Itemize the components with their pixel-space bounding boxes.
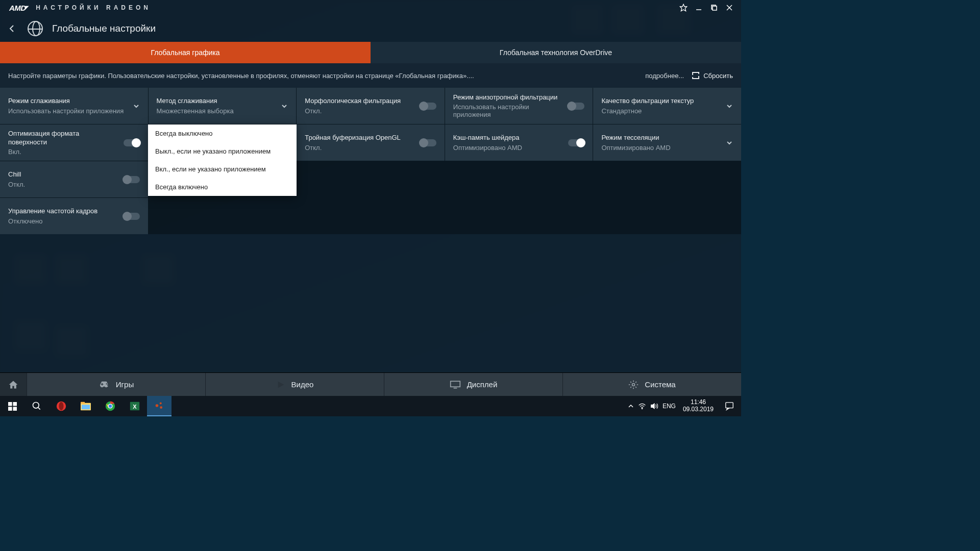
language-indicator[interactable]: ENG <box>663 403 676 410</box>
gamepad-icon <box>99 380 110 389</box>
toggle-surface-opt[interactable] <box>124 139 140 146</box>
taskbar-radeon[interactable] <box>147 396 172 416</box>
svg-point-31 <box>160 402 162 404</box>
globe-icon <box>28 21 43 36</box>
svg-rect-24 <box>82 405 90 409</box>
dropdown-option[interactable]: Всегда выключено <box>148 124 297 142</box>
svg-point-33 <box>642 408 643 409</box>
card-label: Кэш-память шейдера <box>453 134 565 142</box>
card-label: Оптимизация формата поверхности <box>8 130 119 147</box>
toggle-aniso-mode[interactable] <box>568 103 584 110</box>
card-label: Режим тесселяции <box>601 134 723 142</box>
nav-games[interactable]: Игры <box>27 373 205 396</box>
taskbar-excel[interactable]: X <box>122 396 147 416</box>
svg-marker-10 <box>278 381 284 388</box>
svg-marker-34 <box>651 404 654 409</box>
svg-point-32 <box>160 406 162 409</box>
svg-rect-11 <box>450 381 460 387</box>
tray-expand-icon[interactable] <box>628 403 634 409</box>
card-surface-opt[interactable]: Оптимизация формата поверхностиВкл. <box>0 124 148 161</box>
toggle-triple-buf[interactable] <box>420 139 436 146</box>
close-button[interactable] <box>722 0 737 15</box>
wifi-icon[interactable] <box>638 403 646 410</box>
volume-icon[interactable] <box>650 403 658 410</box>
tab-bar: Глобальная графика Глобальная технология… <box>0 42 741 63</box>
amd-logo: AMD <box>9 4 29 12</box>
nav-home[interactable] <box>0 373 27 396</box>
tab-global-graphics[interactable]: Глобальная графика <box>0 42 371 63</box>
titlebar: AMD НАСТРОЙКИ RADEON <box>0 0 741 15</box>
card-value: Откл. <box>305 107 416 115</box>
card-value: Вкл. <box>8 148 119 156</box>
reset-button[interactable]: Сбросить <box>692 72 733 80</box>
radeon-settings-window: AMD НАСТРОЙКИ RADEON Глобальные настройк… <box>0 0 741 396</box>
card-frtc[interactable]: Управление частотой кадровОтключено <box>0 198 148 234</box>
nav-display[interactable]: Дисплей <box>384 373 562 396</box>
card-label: Режим сглаживания <box>8 97 130 106</box>
action-center-icon[interactable] <box>721 396 738 416</box>
minimize-button[interactable] <box>691 0 706 15</box>
vsync-dropdown[interactable]: Всегда выключеноВыкл., если не указано п… <box>148 124 297 196</box>
favorite-icon[interactable] <box>676 0 691 15</box>
card-aa-mode[interactable]: Режим сглаживанияИспользовать настройки … <box>0 88 148 124</box>
reset-icon <box>692 72 699 79</box>
toggle-shader-cache[interactable] <box>568 139 584 146</box>
card-value: Множественная выборка <box>157 107 278 115</box>
chevron-down-icon <box>133 103 140 110</box>
card-label: Метод сглаживания <box>157 97 278 106</box>
maximize-button[interactable] <box>706 0 722 15</box>
svg-text:X: X <box>133 404 137 410</box>
card-chill[interactable]: ChillОткл. <box>0 161 148 197</box>
svg-rect-16 <box>8 407 12 411</box>
card-tex-quality[interactable]: Качество фильтрации текстурСтандартное <box>593 88 741 124</box>
svg-rect-9 <box>102 383 103 385</box>
toggle-frtc[interactable] <box>124 213 140 220</box>
card-aniso-mode[interactable]: Режим анизотропной фильтрацииИспользоват… <box>445 88 593 124</box>
taskbar-opera[interactable] <box>49 396 74 416</box>
gear-icon <box>628 380 639 390</box>
bottom-nav: ИгрыВидеоДисплейСистема <box>0 372 741 396</box>
card-tess-mode[interactable]: Режим тесселяцииОптимизировано AMD <box>593 124 741 161</box>
more-link[interactable]: подробнее... <box>645 72 684 80</box>
nav-label: Система <box>645 380 675 389</box>
svg-point-7 <box>107 384 108 385</box>
dropdown-option[interactable]: Вкл., если не указано приложением <box>148 160 297 178</box>
back-button[interactable] <box>9 24 18 33</box>
monitor-icon <box>450 380 461 389</box>
card-label: Морфологическая фильтрация <box>305 97 416 106</box>
chevron-down-icon <box>281 103 288 110</box>
clock[interactable]: 11:46 09.03.2019 <box>680 399 717 413</box>
dropdown-option[interactable]: Выкл., если не указано приложением <box>148 142 297 160</box>
nav-label: Дисплей <box>467 380 498 389</box>
card-label: Управление частотой кадров <box>8 207 119 216</box>
svg-rect-35 <box>726 403 733 408</box>
start-button[interactable] <box>0 396 24 416</box>
card-aa-method[interactable]: Метод сглаживанияМножественная выборка <box>149 88 297 124</box>
svg-rect-15 <box>13 402 17 406</box>
card-value: Откл. <box>8 181 119 188</box>
tab-overdrive[interactable]: Глобальная технология OverDrive <box>371 42 741 63</box>
card-morph-filter[interactable]: Морфологическая фильтрацияОткл. <box>297 88 445 124</box>
card-value: Оптимизировано AMD <box>601 144 723 152</box>
card-triple-buf[interactable]: Тройная буферизация OpenGLОткл. <box>297 124 445 161</box>
taskbar-chrome[interactable] <box>98 396 122 416</box>
search-button[interactable] <box>24 396 49 416</box>
toggle-chill[interactable] <box>124 176 140 183</box>
card-value: Использовать настройки приложения <box>8 107 130 115</box>
nav-system[interactable]: Система <box>562 373 741 396</box>
svg-rect-17 <box>13 407 17 411</box>
svg-rect-14 <box>8 402 12 406</box>
card-label: Chill <box>8 170 119 179</box>
svg-line-19 <box>38 408 40 410</box>
play-icon <box>276 380 285 389</box>
nav-video[interactable]: Видео <box>205 373 384 396</box>
dropdown-option[interactable]: Всегда включено <box>148 178 297 196</box>
info-row: Настройте параметры графики. Пользовател… <box>0 63 741 88</box>
card-label: Качество фильтрации текстур <box>601 97 723 106</box>
taskbar-explorer[interactable] <box>74 396 98 416</box>
svg-rect-23 <box>81 402 85 404</box>
card-shader-cache[interactable]: Кэш-память шейдераОптимизировано AMD <box>445 124 593 161</box>
card-value: Стандартное <box>601 107 723 115</box>
card-value: Отключено <box>8 217 119 225</box>
toggle-morph-filter[interactable] <box>420 103 436 110</box>
